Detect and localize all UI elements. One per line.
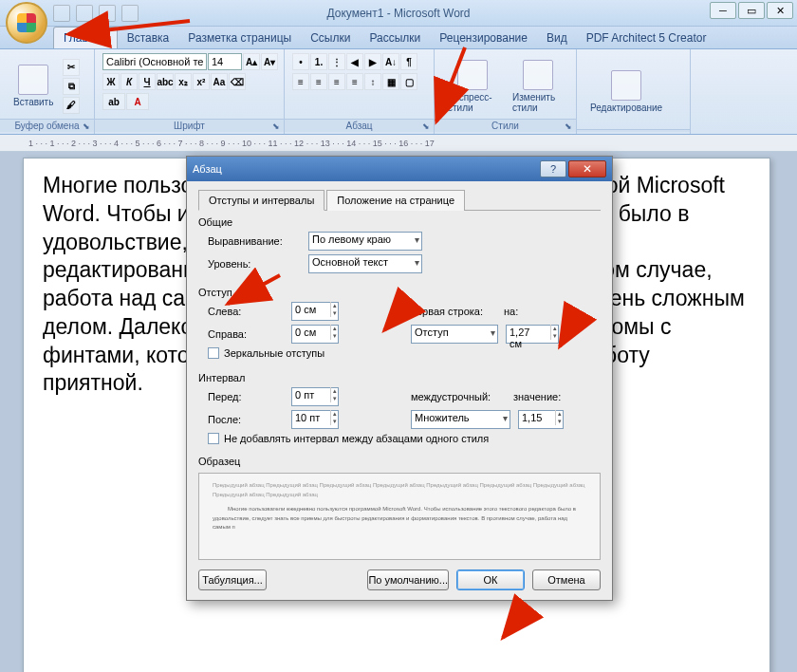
tab-insert[interactable]: Вставка [118, 28, 179, 48]
before-spin[interactable]: 0 пт [291, 387, 339, 406]
shading-icon[interactable]: ▦ [382, 73, 399, 90]
cut-icon[interactable]: ✂ [63, 59, 80, 76]
mirror-indents-label: Зеркальные отступы [224, 347, 324, 359]
tabs-button[interactable]: Табуляция... [198, 569, 267, 590]
mirror-indents-checkbox[interactable] [208, 347, 219, 359]
paste-button[interactable]: Вставить [8, 63, 59, 109]
section-preview: Образец [198, 456, 601, 467]
tab-home[interactable]: Главная [53, 27, 118, 48]
qat-undo-icon[interactable] [76, 5, 93, 22]
close-button[interactable]: ✕ [767, 2, 793, 19]
group-paragraph-label: Абзац [285, 119, 434, 132]
line-spacing-at-spin[interactable]: 1,15 [518, 410, 564, 429]
multilevel-icon[interactable]: ⋮ [328, 53, 345, 70]
decrease-indent-icon[interactable]: ◀ [346, 53, 363, 70]
tab-layout[interactable]: Разметка страницы [178, 28, 301, 48]
font-name-combo[interactable] [102, 53, 207, 70]
highlight-icon[interactable]: ab [102, 93, 125, 110]
tab-references[interactable]: Ссылки [301, 28, 360, 48]
strike-icon[interactable]: abc [157, 73, 174, 90]
shrink-font-icon[interactable]: A▾ [261, 53, 278, 70]
ok-button[interactable]: ОК [456, 569, 525, 590]
align-center-icon[interactable]: ≡ [310, 73, 327, 90]
italic-icon[interactable]: К [120, 73, 138, 90]
title-bar: Документ1 - Microsoft Word ─ ▭ ✕ [0, 0, 797, 27]
underline-icon[interactable]: Ч [139, 73, 156, 90]
align-right-icon[interactable]: ≡ [328, 73, 345, 90]
after-spin[interactable]: 10 пт [291, 410, 339, 429]
font-color-icon[interactable]: A [126, 93, 149, 110]
ribbon-tabs: Главная Вставка Разметка страницы Ссылки… [0, 27, 797, 49]
paragraph-dialog-launcher[interactable]: ⬊ [420, 121, 432, 132]
align-combo[interactable]: По левому краю [308, 232, 422, 251]
horizontal-ruler[interactable]: 1 · · · 1 · · · 2 · · · 3 · · · 4 · · · … [0, 135, 797, 152]
bold-icon[interactable]: Ж [102, 73, 120, 90]
dialog-tab-position[interactable]: Положение на странице [326, 190, 465, 211]
level-label: Уровень: [208, 258, 301, 270]
align-left-icon[interactable]: ≡ [292, 73, 309, 90]
sort-icon[interactable]: A↓ [382, 53, 399, 70]
minimize-button[interactable]: ─ [710, 2, 736, 19]
grow-font-icon[interactable]: A▴ [243, 53, 260, 70]
indent-left-spin[interactable]: 0 см [291, 302, 339, 321]
maximize-button[interactable]: ▭ [738, 2, 765, 19]
change-styles-icon [523, 60, 553, 90]
qat-redo-icon[interactable] [99, 5, 116, 22]
dialog-titlebar[interactable]: Абзац ? ✕ [187, 157, 612, 181]
numbering-icon[interactable]: 1. [310, 53, 327, 70]
at-label: значение: [513, 391, 561, 402]
clipboard-dialog-launcher[interactable]: ⬊ [81, 121, 92, 132]
group-styles-label: Стили [435, 119, 576, 132]
find-icon [611, 70, 641, 101]
qat-save-icon[interactable] [53, 5, 70, 22]
qat-more-icon[interactable] [121, 5, 139, 22]
clear-format-icon[interactable]: ⌫ [229, 73, 246, 90]
tab-view[interactable]: Вид [537, 28, 577, 48]
section-general: Общие [198, 216, 601, 228]
first-line-combo[interactable]: Отступ [411, 325, 498, 344]
indent-left-label: Слева: [208, 306, 284, 317]
borders-icon[interactable]: ▢ [400, 73, 417, 90]
line-spacing-icon[interactable]: ↕ [364, 73, 381, 90]
change-styles-label: Изменить стили [512, 92, 563, 113]
default-button[interactable]: По умолчанию... [367, 569, 449, 590]
section-indent: Отступ [198, 287, 601, 298]
line-spacing-label: междустрочный: [411, 391, 506, 402]
subscript-icon[interactable]: x₂ [175, 73, 192, 90]
office-button[interactable] [6, 2, 47, 44]
group-font-label: Шрифт [95, 119, 284, 132]
justify-icon[interactable]: ≡ [346, 73, 363, 90]
paste-label: Вставить [13, 97, 53, 107]
change-case-icon[interactable]: Aa [211, 73, 228, 90]
editing-label: Редактирование [590, 103, 662, 113]
bullets-icon[interactable]: • [292, 53, 309, 70]
increase-indent-icon[interactable]: ▶ [364, 53, 381, 70]
quick-styles-button[interactable]: Экспресс-стили [442, 58, 503, 115]
font-dialog-launcher[interactable]: ⬊ [270, 121, 282, 132]
dialog-tab-indents[interactable]: Отступы и интервалы [198, 190, 324, 211]
indent-right-spin[interactable]: 0 см [291, 325, 339, 344]
quick-styles-icon [457, 60, 488, 90]
show-marks-icon[interactable]: ¶ [400, 53, 417, 70]
preview-box: Предыдущий абзац Предыдущий абзац Предыд… [198, 473, 601, 560]
dialog-close-button[interactable]: ✕ [568, 160, 606, 177]
by-label: на: [504, 306, 532, 317]
tab-mailings[interactable]: Рассылки [360, 28, 430, 48]
styles-dialog-launcher[interactable]: ⬊ [563, 121, 574, 132]
tab-pdf[interactable]: PDF Architect 5 Creator [577, 28, 716, 48]
copy-icon[interactable]: ⧉ [63, 78, 80, 95]
indent-right-label: Справа: [208, 328, 284, 340]
cancel-button[interactable]: Отмена [532, 569, 601, 590]
line-spacing-combo[interactable]: Множитель [411, 410, 510, 429]
level-combo[interactable]: Основной текст [308, 254, 422, 273]
font-size-combo[interactable] [208, 53, 242, 70]
editing-button[interactable]: Редактирование [584, 68, 668, 115]
change-styles-button[interactable]: Изменить стили [507, 58, 568, 115]
format-painter-icon[interactable]: 🖌 [63, 97, 80, 114]
superscript-icon[interactable]: x² [193, 73, 210, 90]
dialog-help-button[interactable]: ? [540, 160, 566, 177]
no-space-same-style-checkbox[interactable] [208, 433, 219, 444]
quick-access-toolbar [53, 5, 139, 22]
first-line-by-spin[interactable]: 1,27 см [506, 325, 559, 344]
tab-review[interactable]: Рецензирование [430, 28, 537, 48]
